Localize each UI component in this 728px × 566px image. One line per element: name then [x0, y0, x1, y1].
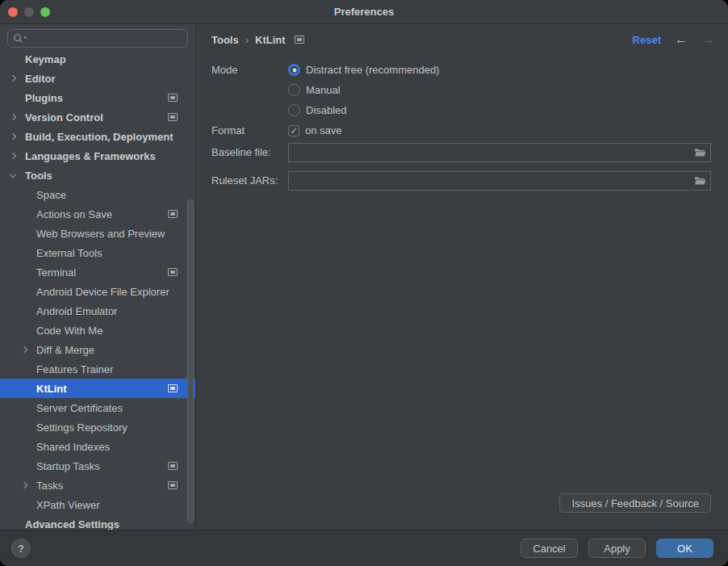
apply-button[interactable]: Apply — [588, 539, 646, 558]
sidebar-item-keymap[interactable]: Keymap — [0, 49, 195, 69]
breadcrumb: Tools › KtLint — [211, 34, 304, 46]
back-arrow-icon[interactable]: ← — [675, 33, 688, 46]
sidebar-item-label: Settings Repository — [36, 421, 128, 434]
zoom-window-button[interactable] — [40, 7, 50, 17]
chevron-right-icon[interactable] — [10, 153, 25, 158]
ktlint-settings-panel: Tools › KtLint Reset ← → Mode Distract f… — [196, 24, 728, 530]
sidebar-item-label: Languages & Frameworks — [25, 150, 156, 162]
sidebar-item-settings-repository[interactable]: Settings Repository — [0, 417, 195, 437]
chevron-right-icon[interactable] — [22, 483, 36, 488]
sidebar-item-label: Android Device File Explorer — [36, 286, 169, 298]
preferences-window: Preferences KeymapEditorPluginsVersion C… — [0, 0, 728, 566]
sidebar-item-shared-indexes[interactable]: Shared Indexes — [0, 437, 195, 456]
settings-sidebar: KeymapEditorPluginsVersion ControlBuild,… — [0, 24, 196, 530]
sidebar-item-external-tools[interactable]: External Tools — [0, 243, 195, 262]
sidebar-item-editor[interactable]: Editor — [0, 69, 195, 88]
square-badge-icon — [168, 268, 178, 276]
folder-icon[interactable] — [694, 176, 706, 186]
mode-radio-manual[interactable]: Manual — [288, 80, 439, 100]
ok-button[interactable]: OK — [656, 539, 713, 558]
sidebar-item-label: Terminal — [36, 266, 76, 279]
sidebar-item-label: Server Certificates — [36, 402, 123, 414]
sidebar-item-label: Build, Execution, Deployment — [25, 131, 173, 143]
breadcrumb-separator: › — [245, 34, 249, 46]
sidebar-item-features-trainer[interactable]: Features Trainer — [0, 359, 195, 379]
chevron-right-icon[interactable] — [10, 134, 25, 139]
radio-label: Manual — [306, 84, 341, 96]
minimize-window-button[interactable] — [24, 7, 34, 17]
sidebar-item-label: Plugins — [25, 92, 63, 104]
square-badge-icon — [168, 113, 178, 121]
forward-arrow-icon[interactable]: → — [701, 33, 714, 46]
sidebar-item-label: Code With Me — [36, 325, 103, 337]
sidebar-item-label: Features Trainer — [36, 363, 113, 375]
reset-link[interactable]: Reset — [633, 34, 661, 46]
format-row: Format ✓ on save — [211, 120, 728, 140]
folder-icon[interactable] — [694, 148, 706, 157]
checkbox-label: on save — [305, 124, 342, 136]
breadcrumb-tools[interactable]: Tools — [211, 34, 239, 46]
square-badge-icon — [168, 210, 178, 218]
issues-feedback-source-button[interactable]: Issues / Feedback / Source — [559, 493, 711, 513]
sidebar-item-build-execution-deployment[interactable]: Build, Execution, Deployment — [0, 127, 195, 146]
sidebar-item-label: Diff & Merge — [36, 344, 94, 356]
breadcrumb-ktlint: KtLint — [255, 34, 286, 46]
sidebar-item-diff-merge[interactable]: Diff & Merge — [0, 340, 195, 359]
sidebar-scrollbar-thumb[interactable] — [187, 199, 194, 523]
sidebar-item-label: XPath Viewer — [36, 499, 100, 511]
header-actions: Reset ← → — [633, 33, 714, 46]
radio-label: Distract free (recommended) — [306, 64, 439, 76]
cancel-button[interactable]: Cancel — [521, 539, 578, 558]
ruleset-jars-input[interactable] — [288, 171, 711, 191]
sidebar-item-tools[interactable]: Tools — [0, 166, 195, 185]
sidebar-item-plugins[interactable]: Plugins — [0, 88, 195, 107]
help-button[interactable]: ? — [11, 539, 31, 558]
square-badge-icon — [168, 462, 178, 470]
mode-radio-disabled[interactable]: Disabled — [288, 100, 439, 120]
sidebar-item-label: External Tools — [36, 247, 102, 259]
chevron-right-icon[interactable] — [22, 347, 36, 352]
mode-radio-distract-free-recommended[interactable]: Distract free (recommended) — [288, 60, 439, 80]
sidebar-item-actions-on-save[interactable]: Actions on Save — [0, 204, 195, 224]
sidebar-item-label: Version Control — [25, 111, 103, 124]
sidebar-item-server-certificates[interactable]: Server Certificates — [0, 398, 195, 417]
sidebar-item-code-with-me[interactable]: Code With Me — [0, 321, 195, 340]
sidebar-item-ktlint[interactable]: KtLint — [0, 379, 195, 398]
sidebar-item-languages-frameworks[interactable]: Languages & Frameworks — [0, 146, 195, 166]
sidebar-item-label: KtLint — [36, 383, 67, 395]
sidebar-item-web-browsers-and-preview[interactable]: Web Browsers and Preview — [0, 224, 195, 243]
chevron-down-icon[interactable] — [10, 174, 25, 177]
window-title: Preferences — [334, 6, 394, 18]
sidebar-item-startup-tasks[interactable]: Startup Tasks — [0, 456, 195, 476]
radio-icon — [288, 84, 300, 96]
format-on-save-checkbox[interactable]: ✓ on save — [288, 120, 342, 140]
sidebar-item-terminal[interactable]: Terminal — [0, 262, 195, 282]
mode-row: Mode Distract free (recommended)ManualDi… — [211, 60, 728, 120]
sidebar-item-xpath-viewer[interactable]: XPath Viewer — [0, 495, 195, 514]
sidebar-item-android-device-file-explorer[interactable]: Android Device File Explorer — [0, 282, 195, 301]
square-badge-icon — [168, 384, 178, 392]
dialog-buttons: Cancel Apply OK — [521, 539, 713, 558]
sidebar-item-space[interactable]: Space — [0, 185, 195, 204]
sidebar-item-label: Startup Tasks — [36, 460, 100, 472]
square-badge-icon — [295, 36, 304, 44]
baseline-file-row: Baseline file: — [211, 143, 728, 162]
mode-options: Distract free (recommended)ManualDisable… — [288, 60, 439, 120]
format-label: Format — [211, 120, 288, 140]
baseline-file-input[interactable] — [288, 143, 711, 162]
chevron-right-icon[interactable] — [10, 76, 25, 81]
baseline-file-label: Baseline file: — [211, 143, 288, 162]
sidebar-item-label: Tools — [25, 170, 52, 182]
chevron-right-icon[interactable] — [10, 115, 25, 119]
panel-header: Tools › KtLint Reset ← → — [196, 24, 728, 55]
close-window-button[interactable] — [8, 7, 18, 17]
traffic-lights — [8, 0, 50, 23]
sidebar-item-tasks[interactable]: Tasks — [0, 476, 195, 495]
search-input[interactable] — [7, 29, 188, 48]
sidebar-item-label: Tasks — [36, 480, 63, 492]
sidebar-item-android-emulator[interactable]: Android Emulator — [0, 301, 195, 321]
sidebar-item-version-control[interactable]: Version Control — [0, 107, 195, 127]
radio-icon — [288, 104, 300, 116]
square-badge-icon — [168, 481, 178, 489]
sidebar-item-advanced-settings[interactable]: Advanced Settings — [0, 514, 195, 530]
